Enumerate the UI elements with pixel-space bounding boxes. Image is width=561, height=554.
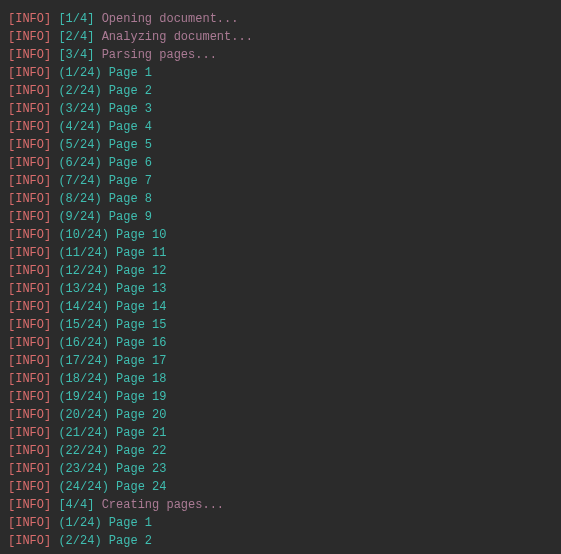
page-label: Page 21 <box>116 426 166 440</box>
log-line: [INFO] (12/24) Page 12 <box>8 262 553 280</box>
page-counter: (16/24) <box>58 336 108 350</box>
page-counter: (11/24) <box>58 246 108 260</box>
log-line: [INFO] (2/24) Page 2 <box>8 82 553 100</box>
page-counter: (3/24) <box>58 102 101 116</box>
log-level-tag: [INFO] <box>8 534 51 548</box>
log-line: [INFO] [1/4] Opening document... <box>8 10 553 28</box>
step-counter: [1/4] <box>58 12 94 26</box>
page-counter: (4/24) <box>58 120 101 134</box>
log-level-tag: [INFO] <box>8 300 51 314</box>
log-line: [INFO] (6/24) Page 6 <box>8 154 553 172</box>
log-level-tag: [INFO] <box>8 408 51 422</box>
log-level-tag: [INFO] <box>8 498 51 512</box>
page-label: Page 2 <box>109 84 152 98</box>
step-counter: [2/4] <box>58 30 94 44</box>
page-label: Page 8 <box>109 192 152 206</box>
page-counter: (8/24) <box>58 192 101 206</box>
log-level-tag: [INFO] <box>8 318 51 332</box>
log-output: [INFO] [1/4] Opening document...[INFO] [… <box>8 10 553 550</box>
log-level-tag: [INFO] <box>8 354 51 368</box>
log-line: [INFO] (15/24) Page 15 <box>8 316 553 334</box>
log-line: [INFO] [3/4] Parsing pages... <box>8 46 553 64</box>
page-counter: (20/24) <box>58 408 108 422</box>
log-line: [INFO] [2/4] Analyzing document... <box>8 28 553 46</box>
log-level-tag: [INFO] <box>8 372 51 386</box>
page-counter: (23/24) <box>58 462 108 476</box>
page-counter: (1/24) <box>58 66 101 80</box>
log-level-tag: [INFO] <box>8 426 51 440</box>
page-label: Page 12 <box>116 264 166 278</box>
page-counter: (18/24) <box>58 372 108 386</box>
step-message: Creating pages... <box>102 498 224 512</box>
log-level-tag: [INFO] <box>8 30 51 44</box>
log-level-tag: [INFO] <box>8 264 51 278</box>
log-level-tag: [INFO] <box>8 390 51 404</box>
page-label: Page 13 <box>116 282 166 296</box>
page-label: Page 2 <box>109 534 152 548</box>
page-counter: (13/24) <box>58 282 108 296</box>
page-label: Page 23 <box>116 462 166 476</box>
log-level-tag: [INFO] <box>8 192 51 206</box>
log-line: [INFO] (4/24) Page 4 <box>8 118 553 136</box>
page-counter: (9/24) <box>58 210 101 224</box>
page-counter: (22/24) <box>58 444 108 458</box>
log-line: [INFO] (17/24) Page 17 <box>8 352 553 370</box>
page-label: Page 1 <box>109 66 152 80</box>
log-line: [INFO] (19/24) Page 19 <box>8 388 553 406</box>
page-label: Page 24 <box>116 480 166 494</box>
log-line: [INFO] (8/24) Page 8 <box>8 190 553 208</box>
page-counter: (15/24) <box>58 318 108 332</box>
page-label: Page 6 <box>109 156 152 170</box>
log-level-tag: [INFO] <box>8 138 51 152</box>
page-counter: (12/24) <box>58 264 108 278</box>
page-label: Page 4 <box>109 120 152 134</box>
log-line: [INFO] (1/24) Page 1 <box>8 514 553 532</box>
log-level-tag: [INFO] <box>8 84 51 98</box>
page-counter: (2/24) <box>58 84 101 98</box>
log-line: [INFO] (10/24) Page 10 <box>8 226 553 244</box>
log-level-tag: [INFO] <box>8 66 51 80</box>
log-level-tag: [INFO] <box>8 174 51 188</box>
log-level-tag: [INFO] <box>8 102 51 116</box>
page-counter: (2/24) <box>58 534 101 548</box>
log-line: [INFO] (24/24) Page 24 <box>8 478 553 496</box>
page-label: Page 19 <box>116 390 166 404</box>
log-level-tag: [INFO] <box>8 246 51 260</box>
page-counter: (21/24) <box>58 426 108 440</box>
log-line: [INFO] (11/24) Page 11 <box>8 244 553 262</box>
log-level-tag: [INFO] <box>8 336 51 350</box>
log-level-tag: [INFO] <box>8 462 51 476</box>
page-label: Page 11 <box>116 246 166 260</box>
page-label: Page 10 <box>116 228 166 242</box>
log-line: [INFO] (23/24) Page 23 <box>8 460 553 478</box>
page-label: Page 5 <box>109 138 152 152</box>
log-line: [INFO] (1/24) Page 1 <box>8 64 553 82</box>
log-level-tag: [INFO] <box>8 444 51 458</box>
page-counter: (7/24) <box>58 174 101 188</box>
page-counter: (24/24) <box>58 480 108 494</box>
log-line: [INFO] (20/24) Page 20 <box>8 406 553 424</box>
page-label: Page 16 <box>116 336 166 350</box>
page-counter: (19/24) <box>58 390 108 404</box>
page-label: Page 7 <box>109 174 152 188</box>
page-label: Page 3 <box>109 102 152 116</box>
log-level-tag: [INFO] <box>8 516 51 530</box>
log-level-tag: [INFO] <box>8 210 51 224</box>
log-line: [INFO] (7/24) Page 7 <box>8 172 553 190</box>
page-label: Page 9 <box>109 210 152 224</box>
page-label: Page 18 <box>116 372 166 386</box>
log-line: [INFO] (22/24) Page 22 <box>8 442 553 460</box>
page-label: Page 17 <box>116 354 166 368</box>
log-line: [INFO] (2/24) Page 2 <box>8 532 553 550</box>
page-counter: (6/24) <box>58 156 101 170</box>
log-line: [INFO] (21/24) Page 21 <box>8 424 553 442</box>
page-counter: (17/24) <box>58 354 108 368</box>
log-line: [INFO] (18/24) Page 18 <box>8 370 553 388</box>
page-label: Page 15 <box>116 318 166 332</box>
log-line: [INFO] (13/24) Page 13 <box>8 280 553 298</box>
page-label: Page 14 <box>116 300 166 314</box>
step-counter: [3/4] <box>58 48 94 62</box>
log-line: [INFO] (16/24) Page 16 <box>8 334 553 352</box>
step-counter: [4/4] <box>58 498 94 512</box>
log-level-tag: [INFO] <box>8 480 51 494</box>
